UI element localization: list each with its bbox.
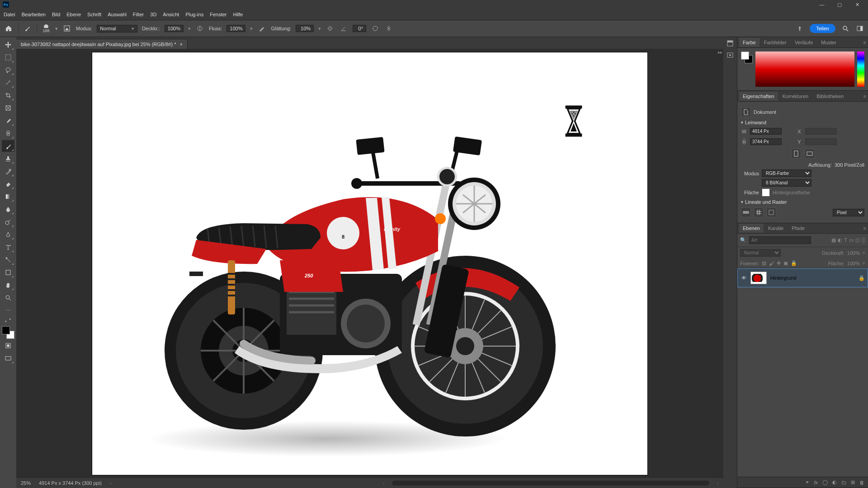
layer-filter-input[interactable]: [749, 236, 811, 244]
menu-hilfe[interactable]: Hilfe: [233, 12, 243, 17]
angle-value[interactable]: 0°: [353, 25, 366, 32]
collapse-panels-icon[interactable]: ▸▸: [718, 50, 722, 55]
doc-info[interactable]: 4914 Px x 3744 Px (300 ppi): [39, 480, 102, 486]
tab-farbe[interactable]: Farbe: [739, 38, 760, 47]
tab-korrekturen[interactable]: Korrekturen: [779, 92, 812, 101]
blend-select[interactable]: Normal: [740, 249, 781, 257]
eyedropper-tool-icon[interactable]: [2, 115, 14, 127]
link-layers-icon[interactable]: ⚭: [805, 479, 809, 485]
pin-icon[interactable]: [795, 24, 804, 33]
filter-shape-icon[interactable]: ▭: [849, 237, 854, 244]
orientation-landscape-icon[interactable]: [805, 149, 815, 159]
menu-ebene[interactable]: Ebene: [66, 12, 81, 17]
home-icon[interactable]: [4, 23, 14, 33]
eraser-tool-icon[interactable]: [2, 178, 14, 190]
search-icon[interactable]: [841, 24, 850, 33]
group-icon[interactable]: 🗀: [841, 480, 846, 485]
menu-3d[interactable]: 3D: [150, 12, 156, 17]
y-input[interactable]: [805, 138, 837, 145]
more-tools-icon[interactable]: ⋯: [2, 305, 14, 316]
screenmode-icon[interactable]: [2, 352, 14, 364]
panel-icon-b[interactable]: [726, 52, 734, 59]
brush-panel-icon[interactable]: [62, 24, 71, 33]
layer-row-background[interactable]: 👁 Hintergrund 🔒: [737, 268, 868, 287]
panel-menu-icon[interactable]: ≡: [863, 94, 866, 99]
layer-name[interactable]: Hintergrund: [770, 275, 796, 281]
history-brush-icon[interactable]: [2, 165, 14, 177]
color-field[interactable]: [755, 52, 854, 87]
menu-plugins[interactable]: Plug-ins: [185, 12, 203, 17]
tab-verlaufe[interactable]: Verläufe: [791, 38, 816, 47]
menu-filter[interactable]: Filter: [133, 12, 144, 17]
symmetry-icon[interactable]: [384, 24, 393, 33]
brush-tool-icon-selected[interactable]: [2, 140, 14, 152]
orientation-portrait-icon[interactable]: [791, 149, 801, 159]
fg-bg-swatch[interactable]: [741, 52, 753, 63]
zoom-tool-icon[interactable]: [2, 292, 14, 304]
width-input[interactable]: [750, 128, 782, 135]
workspace-icon[interactable]: [855, 24, 864, 33]
color-mode-select[interactable]: RGB-Farbe: [762, 169, 811, 177]
marquee-tool-icon[interactable]: [2, 52, 14, 63]
bit-depth-select[interactable]: 8 Bit/Kanal: [762, 179, 811, 187]
smoothing-value[interactable]: 10%: [296, 25, 314, 32]
tab-ebenen[interactable]: Ebenen: [739, 224, 764, 233]
smoothing-gear-icon[interactable]: [326, 24, 335, 33]
layer-thumbnail[interactable]: [750, 272, 767, 284]
crop-tool-icon[interactable]: [2, 89, 14, 101]
menu-schrift[interactable]: Schrift: [87, 12, 101, 17]
menu-bearbeiten[interactable]: Bearbeiten: [22, 12, 46, 17]
filter-type-icon[interactable]: T: [844, 237, 847, 244]
brush-preset-icon[interactable]: 188: [42, 24, 51, 33]
tab-kanale[interactable]: Kanäle: [764, 224, 787, 233]
adjustment-icon[interactable]: ◐: [832, 479, 837, 485]
leinwand-section[interactable]: ▾Leinwand: [741, 120, 864, 125]
lock-icon[interactable]: 🔒: [859, 275, 865, 281]
menu-bild[interactable]: Bild: [52, 12, 60, 17]
share-button[interactable]: Teilen: [810, 24, 835, 33]
ruler-section[interactable]: ▾Lineale und Raster: [741, 199, 864, 205]
document-tab[interactable]: bike-3073082 nattapol deejitwasin auf Pi…: [16, 39, 188, 49]
heal-tool-icon[interactable]: [2, 127, 14, 139]
move-tool-icon[interactable]: [2, 39, 14, 51]
opacity-value[interactable]: 100%: [165, 25, 184, 32]
menu-auswahl[interactable]: Auswahl: [108, 12, 127, 17]
fx-icon[interactable]: fx: [814, 480, 818, 485]
lock-position-icon[interactable]: ✥: [777, 260, 781, 266]
wand-tool-icon[interactable]: [2, 77, 14, 89]
filter-toggle-icon[interactable]: [862, 237, 865, 244]
tab-muster[interactable]: Muster: [817, 38, 840, 47]
pressure-size-icon[interactable]: [371, 24, 380, 33]
panel-icon-a[interactable]: [726, 40, 734, 47]
hand-tool-icon[interactable]: [2, 279, 14, 291]
brush-tool-icon[interactable]: [23, 24, 32, 33]
grid-icon[interactable]: [754, 207, 764, 217]
fill-swatch[interactable]: [762, 188, 770, 197]
lasso-tool-icon[interactable]: [2, 64, 14, 76]
stamp-tool-icon[interactable]: [2, 153, 14, 164]
blend-mode-select[interactable]: Normal ▾: [97, 25, 137, 33]
airbrush-icon[interactable]: [257, 24, 266, 33]
tab-eigenschaften[interactable]: Eigenschaften: [739, 92, 778, 101]
frame-tool-icon[interactable]: [2, 102, 14, 114]
new-layer-icon[interactable]: ⊞: [851, 479, 855, 485]
minimize-icon[interactable]: —: [814, 2, 830, 7]
hue-strip[interactable]: [857, 52, 864, 87]
canvas[interactable]: ▸▸: [16, 49, 723, 478]
height-input[interactable]: [750, 138, 782, 145]
filter-image-icon[interactable]: ▦: [831, 237, 836, 244]
x-input[interactable]: [805, 128, 837, 135]
color-swatch[interactable]: [2, 326, 14, 339]
lock-all-icon[interactable]: 🔒: [791, 260, 797, 266]
mask-icon[interactable]: ◯: [822, 479, 828, 485]
shape-tool-icon[interactable]: [2, 267, 14, 278]
opacity-value[interactable]: 100%: [847, 250, 860, 256]
panel-menu-icon[interactable]: ≡: [863, 225, 866, 231]
swap-colors-icon[interactable]: [2, 317, 14, 324]
filter-adjust-icon[interactable]: ◐: [838, 237, 842, 244]
blur-tool-icon[interactable]: [2, 203, 14, 215]
tab-farbfelder[interactable]: Farbfelder: [760, 38, 790, 47]
tab-pfade[interactable]: Pfade: [788, 224, 808, 233]
visibility-icon[interactable]: 👁: [741, 275, 747, 281]
pressure-opacity-icon[interactable]: [195, 24, 204, 33]
